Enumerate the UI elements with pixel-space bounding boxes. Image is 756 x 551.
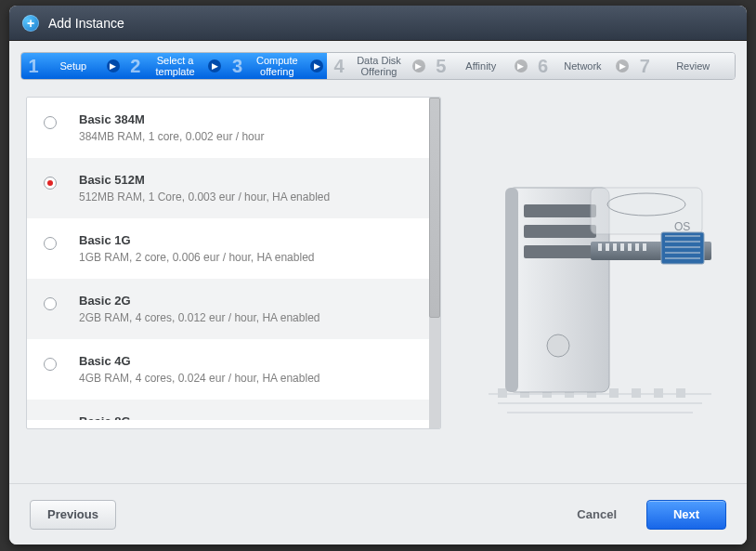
step-affinity[interactable]: 5 Affinity ▶ <box>429 53 531 79</box>
svg-rect-29 <box>613 243 617 251</box>
offering-desc: 2GB RAM, 4 cores, 0.012 eur / hour, HA e… <box>79 311 319 324</box>
svg-rect-14 <box>524 204 596 217</box>
step-label: Review <box>657 60 735 72</box>
server-illustration: OS <box>469 97 730 483</box>
wizard-steps: 1 Setup ▶ 2 Select a template ▶ 3 Comput… <box>20 52 736 80</box>
svg-rect-33 <box>643 243 646 251</box>
offering-desc: 1GB RAM, 2 core, 0.006 eur / hour, HA en… <box>79 251 314 264</box>
svg-rect-16 <box>524 245 596 258</box>
offering-name: Basic 2G <box>79 294 319 308</box>
os-label: OS <box>674 220 690 233</box>
window-title: Add Instance <box>48 16 124 31</box>
svg-rect-15 <box>524 225 596 238</box>
radio-icon[interactable] <box>44 358 57 371</box>
svg-rect-31 <box>628 243 632 251</box>
svg-rect-11 <box>676 388 685 398</box>
svg-rect-32 <box>635 243 639 251</box>
offering-name: Basic 1G <box>79 233 314 247</box>
chevron-right-icon: ▶ <box>107 59 120 72</box>
svg-point-17 <box>547 335 569 357</box>
cancel-button[interactable]: Cancel <box>560 500 633 530</box>
radio-icon[interactable] <box>44 237 57 250</box>
chevron-right-icon: ▶ <box>616 59 629 72</box>
radio-icon[interactable] <box>44 177 57 190</box>
step-number: 2 <box>124 56 148 77</box>
step-number: 3 <box>225 56 249 77</box>
offering-desc: 384MB RAM, 1 core, 0.002 eur / hour <box>79 130 264 143</box>
offering-option[interactable]: Basic 384M 384MB RAM, 1 core, 0.002 eur … <box>27 98 429 158</box>
offering-option[interactable]: Basic 8G <box>27 400 429 420</box>
offering-name: Basic 512M <box>79 173 330 187</box>
offering-desc: 512MB RAM, 1 Core, 0.003 eur / hour, HA … <box>79 190 330 203</box>
offering-option[interactable]: Basic 2G 2GB RAM, 4 cores, 0.012 eur / h… <box>27 279 429 339</box>
radio-icon[interactable] <box>44 297 57 310</box>
add-instance-wizard: + Add Instance 1 Setup ▶ 2 Select a temp… <box>9 6 747 544</box>
step-data-disk-offering[interactable]: 4 Data Disk Offering ▶ <box>327 53 429 79</box>
step-label: Compute offering <box>249 55 310 77</box>
svg-rect-10 <box>654 388 663 398</box>
step-label: Affinity <box>453 60 515 72</box>
svg-rect-28 <box>606 243 609 251</box>
chevron-right-icon: ▶ <box>412 59 425 72</box>
scrollbar[interactable] <box>429 98 440 428</box>
step-number: 4 <box>327 56 351 77</box>
step-number: 6 <box>531 56 555 77</box>
svg-rect-3 <box>498 388 507 398</box>
step-number: 5 <box>429 56 453 77</box>
previous-button[interactable]: Previous <box>30 500 116 530</box>
offering-name: Basic 8G <box>79 414 131 420</box>
next-button[interactable]: Next <box>646 500 726 530</box>
svg-rect-21 <box>661 232 704 264</box>
step-label: Network <box>555 60 617 72</box>
chevron-right-icon: ▶ <box>515 59 528 72</box>
offering-option[interactable]: Basic 4G 4GB RAM, 4 cores, 0.024 eur / h… <box>27 339 429 400</box>
step-network[interactable]: 6 Network ▶ <box>531 53 633 79</box>
chevron-right-icon: ▶ <box>310 59 323 72</box>
radio-icon[interactable] <box>44 116 57 129</box>
offering-name: Basic 4G <box>79 354 319 368</box>
step-label: Setup <box>46 60 107 72</box>
step-label: Select a template <box>148 55 209 77</box>
svg-rect-9 <box>632 388 641 398</box>
svg-rect-13 <box>505 188 518 392</box>
svg-rect-27 <box>598 243 602 251</box>
offering-option[interactable]: Basic 512M 512MB RAM, 1 Core, 0.003 eur … <box>27 158 429 218</box>
chevron-right-icon: ▶ <box>208 59 221 72</box>
compute-offering-list: Basic 384M 384MB RAM, 1 core, 0.002 eur … <box>26 97 441 429</box>
step-review[interactable]: 7 Review <box>632 53 735 79</box>
step-select-template[interactable]: 2 Select a template ▶ <box>124 53 226 79</box>
step-label: Data Disk Offering <box>351 55 412 77</box>
plus-icon: + <box>22 15 39 32</box>
offering-desc: 4GB RAM, 4 cores, 0.024 eur / hour, HA e… <box>79 372 319 385</box>
svg-rect-8 <box>609 388 619 398</box>
step-number: 1 <box>21 56 46 77</box>
offering-option[interactable]: Basic 1G 1GB RAM, 2 core, 0.006 eur / ho… <box>27 218 429 279</box>
scrollbar-thumb[interactable] <box>429 98 440 318</box>
step-setup[interactable]: 1 Setup ▶ <box>21 53 124 79</box>
offering-name: Basic 384M <box>79 112 264 126</box>
titlebar: + Add Instance <box>9 6 747 41</box>
svg-rect-30 <box>620 243 624 251</box>
step-number: 7 <box>632 56 657 77</box>
step-compute-offering[interactable]: 3 Compute offering ▶ <box>225 53 327 79</box>
wizard-footer: Previous Cancel Next <box>9 483 747 544</box>
